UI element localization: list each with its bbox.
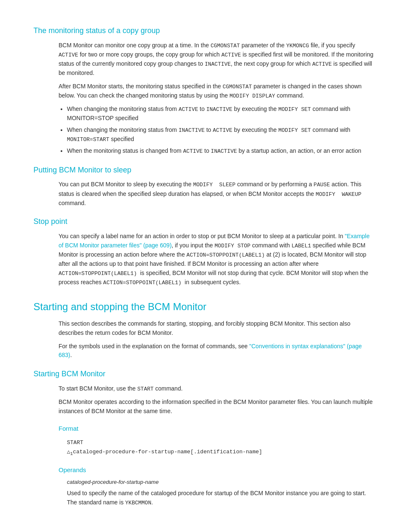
- code-inactive-b3: INACTIVE: [211, 148, 237, 154]
- section-monitoring-content: BCM Monitor can monitor one copy group a…: [33, 41, 374, 156]
- code-inactive-1: INACTIVE: [205, 61, 230, 67]
- para-start-2: BCM Monitor operates according to the in…: [59, 398, 374, 416]
- operand-description: Used to specify the name of the cataloge…: [67, 489, 374, 507]
- format-code-block: START △1cataloged-procedure-for-startup-…: [67, 438, 374, 457]
- code-ykbcmmon: YKBCMMON: [125, 500, 151, 506]
- code-pause: PAUSE: [314, 182, 330, 188]
- section-heading-starting-bcm: Starting BCM Monitor: [33, 368, 374, 380]
- code-modify-set-b1: MODIFY SET: [278, 106, 311, 113]
- code-line-start: START: [67, 438, 374, 447]
- para-start-1: To start BCM Monitor, use the START comm…: [59, 384, 374, 393]
- code-modify-wakeup: MODIFY WAKEUP: [316, 191, 361, 198]
- operand-name: cataloged-procedure-for-startup-name: [67, 478, 374, 486]
- code-modify-set-b2: MODIFY SET: [278, 127, 311, 134]
- para-intro-1: This section describes the commands for …: [59, 319, 374, 337]
- code-active-1: ACTIVE: [59, 52, 78, 58]
- subsection-starting-bcm: Starting BCM Monitor To start BCM Monito…: [33, 368, 374, 507]
- section-heading-monitoring: The monitoring status of a copy group: [33, 25, 374, 37]
- code-modify-display: MODIFY DISPLAY: [230, 93, 275, 99]
- code-active-b3: ACTIVE: [183, 148, 203, 154]
- section-monitoring-status: The monitoring status of a copy group BC…: [33, 25, 374, 156]
- operands-heading: Operands: [59, 465, 374, 475]
- code-active-b2: ACTIVE: [213, 127, 233, 134]
- format-heading: Format: [59, 424, 374, 433]
- para-sleep-1: You can put BCM Monitor to sleep by exec…: [59, 180, 374, 208]
- code-start-cmd: START: [137, 386, 153, 392]
- bullet-3: When the monitoring status is changed fr…: [67, 146, 374, 156]
- format-subsection: Format START △1cataloged-procedure-for-s…: [59, 424, 374, 457]
- bullet-1: When changing the monitoring status from…: [67, 105, 374, 123]
- section-stop-point: Stop point You can specify a label name …: [33, 216, 374, 287]
- para-monitoring-1: BCM Monitor can monitor one copy group a…: [59, 41, 374, 78]
- monitoring-bullets: When changing the monitoring status from…: [59, 105, 374, 156]
- code-cgmonstat-2: CGMONSTAT: [223, 84, 252, 90]
- code-inactive-b2: INACTIVE: [179, 127, 205, 134]
- link-conventions[interactable]: "Conventions in syntax explanations" (pa…: [59, 343, 362, 359]
- para-stop-point-1: You can specify a label name for an acti…: [59, 232, 374, 287]
- operands-content: cataloged-procedure-for-startup-name Use…: [59, 478, 374, 507]
- subsection-starting-bcm-content: To start BCM Monitor, use the START comm…: [33, 384, 374, 507]
- code-action-stoppoint-2: ACTION=STOPPOINT(LABEL1): [59, 270, 137, 277]
- section-stop-point-content: You can specify a label name for an acti…: [33, 232, 374, 287]
- code-cgmonstat: CGMONSTAT: [210, 43, 240, 49]
- code-line-delta: △1cataloged-procedure-for-startup-name[.…: [67, 447, 374, 457]
- major-heading-starting-stopping: Starting and stopping the BCM Monitor: [33, 299, 374, 314]
- code-inactive-b1: INACTIVE: [206, 106, 232, 113]
- code-action-stoppoint-3: ACTION=STOPPOINT(LABEL1): [103, 280, 182, 286]
- section-heading-stop-point: Stop point: [33, 216, 374, 228]
- code-modify-sleep: MODIFY SLEEP: [193, 182, 235, 188]
- major-section-intro: This section describes the commands for …: [33, 319, 374, 360]
- section-starting-stopping: Starting and stopping the BCM Monitor Th…: [33, 299, 374, 507]
- link-example-bcm[interactable]: "Example of BCM Monitor parameter files"…: [59, 233, 370, 249]
- section-sleep-content: You can put BCM Monitor to sleep by exec…: [33, 180, 374, 208]
- code-monitor-start: MONITOR=START: [67, 136, 109, 143]
- section-heading-sleep: Putting BCM Monitor to sleep: [33, 164, 374, 176]
- code-ykmoncg: YKMONCG: [286, 43, 309, 49]
- para-intro-2: For the symbols used in the explanation …: [59, 342, 374, 360]
- section-sleep: Putting BCM Monitor to sleep You can put…: [33, 164, 374, 208]
- code-action-stoppoint: ACTION=STOPPOINT(LABEL1): [187, 252, 265, 258]
- code-modify-stop: MODIFY STOP: [215, 243, 251, 249]
- bullet-2: When changing the monitoring status from…: [67, 126, 374, 144]
- code-label1: LABEL1: [292, 243, 311, 249]
- code-active-b1: ACTIVE: [179, 106, 198, 113]
- operands-subsection: Operands cataloged-procedure-for-startup…: [59, 465, 374, 507]
- para-monitoring-2: After BCM Monitor starts, the monitoring…: [59, 82, 374, 100]
- code-active-2: ACTIVE: [221, 52, 241, 58]
- code-active-3: ACTIVE: [312, 61, 332, 67]
